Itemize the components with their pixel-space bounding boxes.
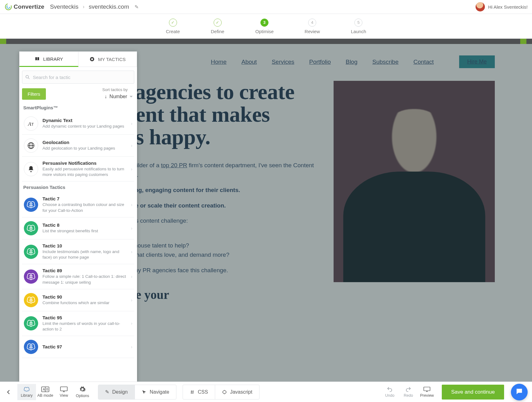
nav-home[interactable]: Home [211, 59, 227, 65]
hero-image[interactable] [334, 81, 495, 282]
item-desc: Add geolocation to your Landing pages [42, 146, 126, 151]
tool-label: Library [21, 393, 33, 398]
greeting-text: Hi Alex Sventeckis! [488, 4, 528, 10]
chevron-right-icon: › [131, 202, 132, 207]
sort-arrow-icon: ↓ [104, 94, 107, 99]
tool-ab-mode[interactable]: ABAB mode [36, 384, 55, 400]
mode-design[interactable]: ✎Design [98, 385, 135, 399]
svg-text:A: A [43, 388, 45, 391]
brand-logo[interactable]: Convertize [4, 3, 44, 11]
step-optimise[interactable]: 3Optimise [255, 19, 273, 34]
sort-value: Number [109, 94, 127, 99]
step-define[interactable]: ✓Define [211, 19, 224, 34]
tab-library[interactable]: LIBRARY [19, 51, 78, 67]
tool-preview[interactable]: Preview [418, 384, 436, 400]
nav-contact[interactable]: Contact [414, 59, 434, 65]
step-label: Optimise [255, 29, 273, 34]
tool-label: Navigate [150, 389, 169, 395]
tactic-item[interactable]: Tactic 95Limit the numbers of words in y… [22, 311, 134, 336]
step-launch[interactable]: 5Launch [351, 19, 366, 34]
brain-icon [24, 245, 38, 259]
tool-label: View [60, 393, 68, 398]
search-input[interactable] [22, 71, 134, 84]
sort-select[interactable]: ↓ Number [102, 93, 134, 101]
brain-icon [24, 316, 38, 330]
svg-rect-26 [424, 387, 430, 391]
tool-label: Design [112, 389, 128, 395]
tactic-item[interactable]: Tactic 10Include testimonials (with name… [22, 239, 134, 264]
breadcrumb-project[interactable]: Sventeckis [50, 3, 78, 10]
step-number-icon: 4 [308, 19, 316, 27]
nav-subscribe[interactable]: Subscribe [372, 59, 399, 65]
ruler-handle-right[interactable] [520, 39, 526, 44]
chevron-right-icon: › [131, 321, 132, 326]
check-icon: ✓ [214, 19, 222, 27]
tool-library[interactable]: Library [17, 384, 36, 400]
sort-control[interactable]: Sort tactics by ↓ Number [102, 87, 134, 101]
plugin-persuasive-notifications[interactable]: Persuasive NotificationsEasily add persu… [22, 157, 134, 181]
redo-icon [405, 386, 412, 392]
nav-services[interactable]: Services [272, 59, 294, 65]
filters-button[interactable]: Filters [22, 88, 46, 100]
tool-javascript[interactable]: Javascript [215, 385, 259, 399]
item-title: Tactic 10 [42, 243, 126, 248]
mode-navigate[interactable]: Navigate [135, 385, 176, 399]
ab-icon: AB [41, 386, 49, 392]
ruler-handle-left[interactable] [0, 39, 6, 44]
tactic-item[interactable]: Tactic 8List the strongest benefits firs… [22, 217, 134, 239]
section-persuasion: Persuasion Tactics [23, 185, 134, 190]
item-title: Tactic 97 [42, 344, 126, 349]
chevron-right-icon: › [131, 249, 132, 254]
link-top20-pr[interactable]: top 20 PR [161, 162, 187, 168]
plugin-geolocation[interactable]: GeolocationAdd geolocation to your Landi… [22, 135, 134, 157]
tab-my-tactics[interactable]: MY TACTICS [78, 51, 137, 67]
item-desc: Include testimonials (with name, logo an… [42, 249, 126, 260]
tool-group-code: CSS Javascript [183, 385, 259, 400]
wizard-steps: ✓Create ✓Define 3Optimise 4Review 5Launc… [0, 14, 532, 39]
check-icon: ✓ [169, 19, 177, 27]
plugin-dynamic-text[interactable]: AT Dynamic TextAdd dynamic content to yo… [22, 113, 134, 135]
hire-me-button[interactable]: Hire Me [459, 55, 495, 68]
edit-icon[interactable]: ✎ [135, 4, 139, 10]
svg-point-3 [26, 75, 29, 78]
tool-view[interactable]: View [55, 384, 73, 400]
tool-undo[interactable]: Undo [380, 384, 399, 400]
tool-label: Redo [404, 393, 413, 398]
brain-icon [24, 221, 38, 235]
tool-redo[interactable]: Redo [399, 384, 418, 400]
avatar [476, 2, 485, 11]
item-title: Geolocation [42, 140, 126, 145]
chat-launcher[interactable] [511, 384, 528, 400]
chevron-right-icon: › [131, 226, 132, 231]
tool-group-left: Library ABAB mode View Options [17, 384, 92, 400]
back-button[interactable] [4, 389, 13, 395]
filter-row: Filters Sort tactics by ↓ Number [22, 87, 134, 101]
item-title: Persuasive Notifications [42, 160, 126, 166]
nav-about[interactable]: About [242, 59, 257, 65]
step-review[interactable]: 4Review [305, 19, 320, 34]
tool-css[interactable]: CSS [183, 385, 215, 399]
tactic-item[interactable]: Tactic 97› [22, 336, 134, 358]
chevron-right-icon: › [131, 298, 132, 303]
step-create[interactable]: ✓Create [166, 19, 180, 34]
monitor-icon [60, 386, 68, 392]
ruler [0, 39, 532, 44]
tactic-item[interactable]: Tactic 89Follow a simple rule: 1 Call-to… [22, 264, 134, 289]
breadcrumb-page[interactable]: sventeckis.com [89, 3, 129, 10]
user-menu[interactable]: Hi Alex Sventeckis! [476, 2, 528, 11]
star-icon [89, 56, 95, 62]
tool-options[interactable]: Options [73, 384, 92, 400]
svg-line-4 [28, 78, 29, 79]
tactic-item[interactable]: Tactic 7Choose a contrasting button colo… [22, 192, 134, 217]
save-continue-button[interactable]: Save and continue [442, 385, 504, 400]
item-desc: Limit the numbers of words in your call-… [42, 321, 126, 332]
nav-blog[interactable]: Blog [346, 59, 357, 65]
breadcrumb-separator-icon: › [83, 4, 84, 10]
search-wrapper [22, 71, 134, 84]
svg-line-20 [193, 390, 193, 394]
nav-portfolio[interactable]: Portfolio [309, 59, 331, 65]
item-title: Tactic 95 [42, 315, 126, 320]
tactic-item[interactable]: Tactic 90Combine functions which are sim… [22, 289, 134, 311]
panel-body: Filters Sort tactics by ↓ Number SmartPl… [19, 67, 137, 382]
brain-icon [24, 198, 38, 212]
